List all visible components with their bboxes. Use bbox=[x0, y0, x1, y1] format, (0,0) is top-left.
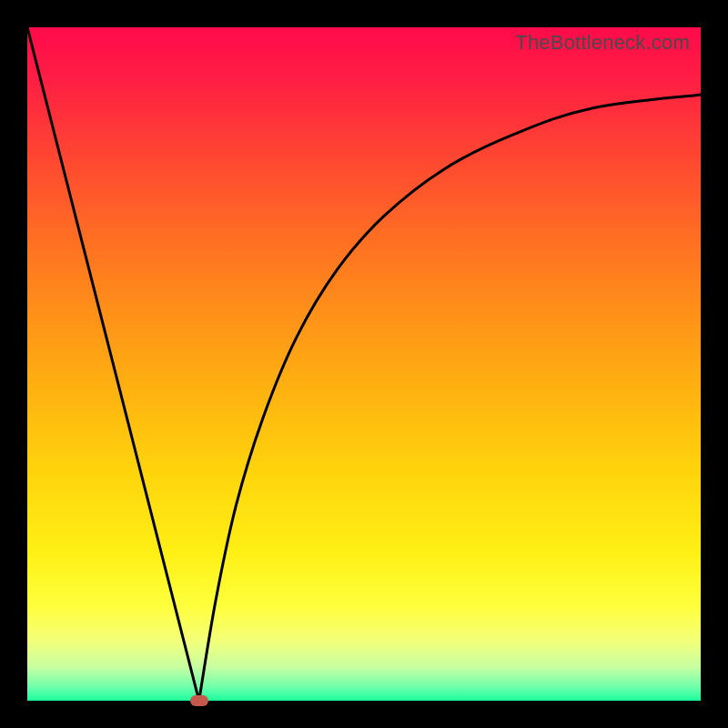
chart-line bbox=[27, 27, 701, 701]
chart-plot-area: TheBottleneck.com bbox=[27, 27, 701, 701]
curve-path bbox=[27, 27, 701, 701]
min-marker bbox=[190, 695, 208, 706]
